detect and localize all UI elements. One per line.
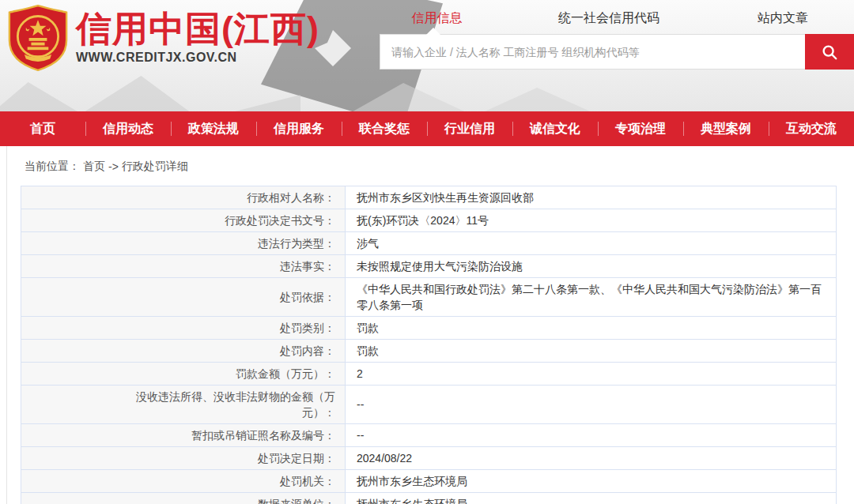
site-header: 信用中国(江西) WWW.CREDITJX.GOV.CN 信用信息 统一社会信用… (0, 0, 854, 111)
row-label: 处罚机关： (21, 470, 346, 492)
nav-item-interaction[interactable]: 互动交流 (769, 121, 854, 137)
search-tab-unified-code[interactable]: 统一社会信用代码 (494, 10, 724, 27)
nav-item-policies-label[interactable]: 政策法规 (188, 121, 239, 137)
row-value: 抚州市东乡生态环境局 (346, 470, 836, 492)
search-button[interactable] (805, 34, 854, 70)
nav-item-integrity-culture-label[interactable]: 诚信文化 (530, 121, 580, 137)
table-row: 违法行为类型： 涉气 (21, 232, 836, 255)
nav-item-typical-cases[interactable]: 典型案例 (683, 121, 769, 137)
table-row: 行政处罚决定书文号： 抚(东)环罚决〈2024〉11号 (21, 209, 836, 232)
row-value: 《中华人民共和国行政处罚法》第二十八条第一款、《中华人民共和国大气污染防治法》第… (346, 278, 836, 316)
table-row: 行政相对人名称： 抚州市东乡区刘快生再生资源回收部 (21, 186, 836, 209)
content-area: 当前位置：首页 -> 行政处罚详细 行政相对人名称： 抚州市东乡区刘快生再生资源… (6, 146, 854, 504)
nav-item-credit-news-label[interactable]: 信用动态 (103, 121, 153, 137)
breadcrumb: 当前位置：首页 -> 行政处罚详细 (7, 157, 854, 176)
table-row: 处罚类别： 罚款 (21, 317, 836, 340)
row-value: 抚州市东乡区刘快生再生资源回收部 (346, 186, 836, 209)
table-row: 暂扣或吊销证照名称及编号： -- (21, 424, 836, 447)
row-value: 2024/08/22 (346, 447, 836, 469)
row-label: 行政相对人名称： (21, 186, 346, 209)
search-area: 信用信息 统一社会信用代码 站内文章 (380, 6, 854, 70)
nav-item-joint-rewards[interactable]: 联合奖惩 (342, 121, 427, 137)
nav-item-special-governance[interactable]: 专项治理 (598, 121, 683, 137)
row-value: -- (346, 424, 836, 446)
table-row: 没收违法所得、没收非法财物的金额（万元）： -- (21, 386, 836, 424)
row-value: 2 (346, 363, 836, 385)
table-row: 数据来源单位： 抚州市东乡生态环境局 (21, 493, 836, 504)
row-label: 违法行为类型： (21, 232, 346, 254)
nav-item-credit-news[interactable]: 信用动态 (85, 121, 171, 137)
nav-item-interaction-label[interactable]: 互动交流 (786, 121, 837, 137)
nav-item-special-governance-label[interactable]: 专项治理 (615, 121, 666, 137)
national-emblem-icon (8, 4, 68, 72)
row-label: 违法事实： (21, 255, 346, 277)
row-label: 处罚依据： (21, 278, 346, 316)
row-label: 处罚内容： (21, 340, 346, 362)
row-label: 行政处罚决定书文号： (21, 209, 346, 231)
row-label: 没收违法所得、没收非法财物的金额（万元）： (21, 386, 346, 423)
site-url: WWW.CREDITJX.GOV.CN (76, 51, 319, 65)
penalty-detail-table: 行政相对人名称： 抚州市东乡区刘快生再生资源回收部 行政处罚决定书文号： 抚(东… (21, 186, 837, 504)
main-nav: 首页 信用动态 政策法规 信用服务 联合奖惩 行业信用 诚信文化 专项治理 典型… (0, 111, 854, 146)
nav-item-home-label[interactable]: 首页 (30, 121, 55, 137)
search-tab-site-articles[interactable]: 站内文章 (724, 10, 842, 27)
nav-item-industry-credit[interactable]: 行业信用 (427, 121, 512, 137)
row-label: 处罚决定日期： (21, 447, 346, 469)
row-label: 罚款金额（万元）： (21, 363, 346, 385)
table-row: 违法事实： 未按照规定使用大气污染防治设施 (21, 255, 836, 278)
row-value: 罚款 (346, 317, 836, 339)
header-mountain-art-2 (332, 76, 617, 111)
nav-item-typical-cases-label[interactable]: 典型案例 (701, 121, 751, 137)
site-logo[interactable]: 信用中国(江西) WWW.CREDITJX.GOV.CN (8, 4, 319, 72)
search-tab-credit-info[interactable]: 信用信息 (380, 10, 494, 27)
row-value: 抚(东)环罚决〈2024〉11号 (346, 209, 836, 231)
row-value: 涉气 (346, 232, 836, 254)
row-value: 罚款 (346, 340, 836, 362)
table-row: 罚款金额（万元）： 2 (21, 363, 836, 386)
row-value: 未按照规定使用大气污染防治设施 (346, 255, 836, 277)
breadcrumb-prefix: 当前位置： (25, 160, 80, 174)
nav-item-integrity-culture[interactable]: 诚信文化 (512, 121, 598, 137)
header-flag-emblem-art (315, 30, 351, 66)
breadcrumb-separator: -> (108, 160, 119, 173)
site-title: 信用中国(江西) (76, 10, 319, 47)
breadcrumb-current: 行政处罚详细 (122, 160, 188, 174)
nav-item-credit-services[interactable]: 信用服务 (256, 121, 342, 137)
search-tabs: 信用信息 统一社会信用代码 站内文章 (380, 6, 854, 30)
table-row: 处罚依据： 《中华人民共和国行政处罚法》第二十八条第一款、《中华人民共和国大气污… (21, 278, 836, 317)
nav-item-joint-rewards-label[interactable]: 联合奖惩 (359, 121, 410, 137)
nav-item-home[interactable]: 首页 (0, 121, 85, 137)
table-row: 处罚机关： 抚州市东乡生态环境局 (21, 470, 836, 493)
search-box (380, 34, 854, 70)
table-row: 处罚内容： 罚款 (21, 340, 836, 363)
row-value: -- (346, 386, 836, 423)
nav-item-industry-credit-label[interactable]: 行业信用 (444, 121, 495, 137)
search-icon (821, 43, 838, 61)
row-label: 数据来源单位： (21, 493, 346, 504)
breadcrumb-home-link[interactable]: 首页 (83, 160, 105, 174)
nav-item-policies[interactable]: 政策法规 (171, 121, 256, 137)
nav-item-credit-services-label[interactable]: 信用服务 (274, 121, 324, 137)
row-label: 处罚类别： (21, 317, 346, 339)
search-input[interactable] (380, 35, 805, 69)
row-value: 抚州市东乡生态环境局 (346, 493, 836, 504)
row-label: 暂扣或吊销证照名称及编号： (21, 424, 346, 446)
table-row: 处罚决定日期： 2024/08/22 (21, 447, 836, 470)
header-mountain-art (0, 70, 300, 111)
